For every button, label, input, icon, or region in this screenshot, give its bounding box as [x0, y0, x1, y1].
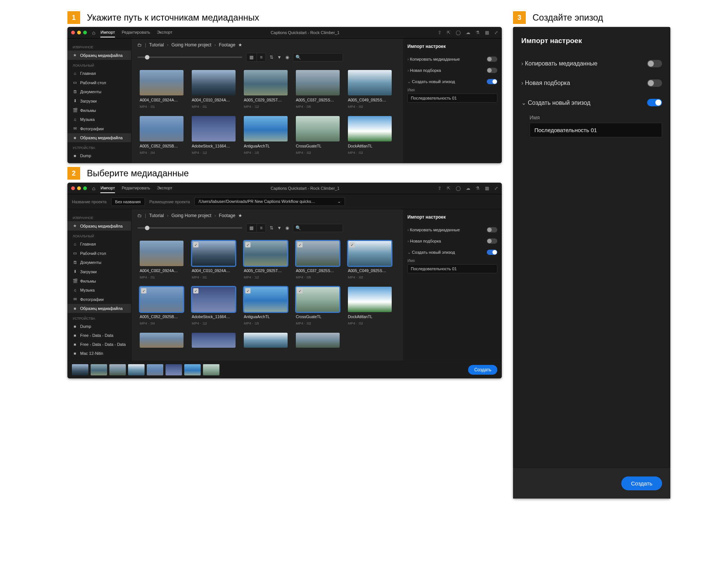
setting-new-sequence[interactable]: Создать новый эпизод	[407, 76, 497, 87]
tab-export[interactable]: Экспорт	[157, 183, 172, 193]
setting-new-sequence[interactable]: Создать новый эпизод	[407, 247, 497, 258]
clip-item[interactable]: ✓AntiguaArchTLMP4 · :15	[244, 287, 288, 325]
sidebar-item-dump[interactable]: ■Dump	[67, 151, 131, 160]
favorite-icon[interactable]: ★	[238, 42, 242, 48]
tray-thumb[interactable]	[72, 364, 88, 375]
sidebar-item-sample-media[interactable]: ★ Образец медиафайла	[67, 51, 131, 60]
clip-item[interactable]: DockAtitlanTLMP4 · :02	[348, 287, 392, 325]
crumb-project[interactable]: Going Home project	[172, 213, 212, 218]
flask-icon[interactable]: ⚗	[476, 186, 480, 191]
search-input[interactable]: 🔍	[293, 224, 343, 232]
cloud-icon[interactable]: ☁	[466, 30, 470, 35]
toggle-new-sequence[interactable]	[647, 99, 662, 106]
setting-copy-media[interactable]: Копировать медиаданные	[407, 224, 497, 235]
tab-edit[interactable]: Редактировать	[122, 28, 150, 37]
sidebar-item-photos[interactable]: ✉Фотографии	[67, 295, 131, 304]
clip-item[interactable]: A004_C002_0924A…MP4 · :01	[140, 70, 183, 109]
clip-item[interactable]: ✓A005_C037_0925S…MP4 · :05	[296, 241, 340, 279]
minimize-icon[interactable]	[77, 186, 81, 190]
workspace-icon[interactable]: ▦	[485, 186, 489, 191]
tray-thumb[interactable]	[109, 364, 126, 375]
maximize-icon[interactable]	[83, 31, 87, 34]
sidebar-item-downloads[interactable]: ⬇Загрузки	[67, 267, 131, 276]
close-icon[interactable]	[71, 186, 75, 190]
setting-new-bin[interactable]: Новая подборка	[407, 235, 497, 247]
crumb-tutorial[interactable]: Tutorial	[149, 42, 164, 48]
clip-item[interactable]: A005_C037_0925S…MP4 · :05	[296, 70, 340, 109]
crumb-tutorial[interactable]: Tutorial	[149, 213, 164, 218]
create-button[interactable]: Создать	[468, 365, 497, 375]
tab-edit[interactable]: Редактировать	[122, 183, 150, 193]
toggle-copy-media[interactable]	[647, 60, 662, 67]
sidebar-item-photos[interactable]: ✉Фотографии	[67, 124, 131, 133]
check-icon[interactable]: ✓	[193, 242, 198, 247]
tray-thumb[interactable]	[184, 364, 201, 375]
sidebar-item-music[interactable]: ♫Музыка	[67, 115, 131, 124]
sidebar-item-documents[interactable]: 🖺Документы	[67, 258, 131, 267]
sort-icon[interactable]: ⇅	[270, 55, 273, 60]
favorite-icon[interactable]: ★	[238, 213, 242, 218]
crumb-footage[interactable]: Footage	[219, 42, 235, 48]
check-icon[interactable]: ✓	[245, 288, 251, 293]
grid-view-icon[interactable]: ▦	[246, 224, 257, 232]
home-icon[interactable]: ⌂	[92, 185, 95, 191]
clip-item[interactable]: A005_C049_0925S…MP4 · :02	[348, 70, 392, 109]
sidebar-item-downloads[interactable]: ⬇Загрузки	[67, 96, 131, 106]
tray-thumb[interactable]	[91, 364, 107, 375]
check-icon[interactable]: ✓	[349, 242, 355, 247]
check-icon[interactable]: ✓	[245, 242, 251, 247]
clip-item[interactable]	[296, 333, 340, 348]
check-icon[interactable]: ✓	[193, 288, 198, 293]
toggle-new-bin[interactable]	[647, 79, 662, 87]
sidebar-item-documents[interactable]: 🖺Документы	[67, 87, 131, 96]
clip-item[interactable]: ✓AdobeStock_11664…MP4 · :12	[192, 287, 236, 325]
home-icon[interactable]: ⌂	[92, 30, 95, 36]
export-icon[interactable]: ⇱	[447, 30, 450, 35]
progress-icon[interactable]: ◯	[456, 30, 461, 35]
clip-item[interactable]: ✓A005_C052_0925B…MP4 · :04	[140, 287, 183, 325]
toggle-copy-media[interactable]	[487, 227, 497, 232]
thumb-size-slider[interactable]	[137, 227, 242, 229]
sidebar-item-desktop[interactable]: ▭Рабочий стол	[67, 78, 131, 87]
clip-item[interactable]: AdobeStock_11664…MP4 · :12	[192, 116, 236, 155]
sidebar-item-music[interactable]: ♫Музыка	[67, 286, 131, 295]
toggle-new-sequence[interactable]	[487, 79, 497, 84]
share-icon[interactable]: ⇪	[438, 30, 442, 35]
project-path-field[interactable]: /Users/labuser/Downloads/PR New Captions…	[194, 197, 345, 206]
grid-view-icon[interactable]: ▦	[246, 53, 257, 61]
sidebar-item-movies[interactable]: 🎬Фильмы	[67, 276, 131, 286]
project-name-field[interactable]: Без названия	[111, 198, 145, 206]
sidebar-item-sample-media[interactable]: ★Образец медиафайла	[67, 221, 131, 231]
export-icon[interactable]: ⇱	[447, 186, 450, 191]
clip-item[interactable]: AntiguaArchTLMP4 · :15	[244, 116, 288, 155]
clip-item[interactable]: CrossGuateTLMP4 · :02	[296, 116, 340, 155]
clip-item[interactable]: DockAtitlanTLMP4 · :02	[348, 116, 392, 155]
setting-new-bin[interactable]: Новая подборка	[407, 65, 497, 76]
setting-copy-media[interactable]: Копировать медиаданные	[407, 54, 497, 65]
sidebar-item-free-data[interactable]: ■Free - Data - Data	[67, 331, 131, 340]
cloud-icon[interactable]: ☁	[466, 186, 470, 191]
setting-new-sequence[interactable]: Создать новый эпизод	[521, 93, 662, 112]
close-icon[interactable]	[71, 31, 75, 34]
toggle-new-bin[interactable]	[487, 238, 497, 244]
maximize-icon[interactable]	[83, 186, 87, 190]
thumb-size-slider[interactable]	[137, 57, 242, 58]
clip-item[interactable]: ✓CrossGuateTLMP4 · :02	[296, 287, 340, 325]
tray-thumb[interactable]	[128, 364, 145, 375]
tab-import[interactable]: Импорт	[100, 28, 115, 37]
sidebar-item-dump[interactable]: ■Dump	[67, 322, 131, 331]
sidebar-item-desktop[interactable]: ▭Рабочий стол	[67, 249, 131, 258]
sidebar-item-home[interactable]: ⌂Главная	[67, 69, 131, 78]
clip-item[interactable]	[192, 333, 236, 348]
sequence-name-input[interactable]: Последовательность 01	[407, 94, 497, 103]
clip-item[interactable]	[140, 333, 183, 348]
eye-icon[interactable]: ◉	[285, 55, 289, 60]
tab-export[interactable]: Экспорт	[157, 28, 172, 37]
clip-item[interactable]	[244, 333, 288, 348]
minimize-icon[interactable]	[77, 31, 81, 34]
clip-item[interactable]: A004_C002_0924A…MP4 · :01	[140, 241, 183, 279]
progress-icon[interactable]: ◯	[456, 186, 461, 191]
sequence-name-input[interactable]: Последовательность 01	[407, 264, 497, 273]
tab-import[interactable]: Импорт	[100, 183, 115, 193]
sidebar-item-sample-media-2[interactable]: ■Образец медиафайла	[67, 304, 131, 313]
